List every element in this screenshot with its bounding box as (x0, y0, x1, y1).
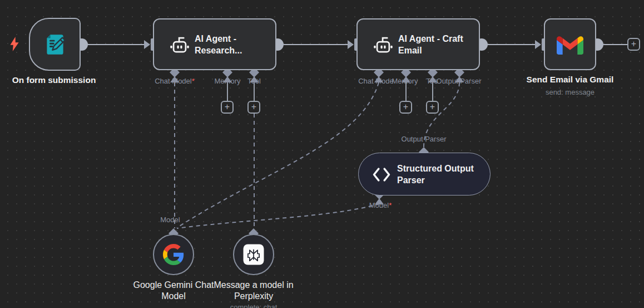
input-arrow-gmail[interactable] (535, 40, 541, 49)
connector-label-research-chatmodel: Chat Model* (155, 77, 195, 85)
add-memory-button-craft[interactable]: + (399, 101, 412, 114)
add-tool-button-research[interactable]: + (247, 101, 260, 114)
agent-research-title: AI Agent -Research... (195, 33, 242, 56)
perplexity-icon (244, 245, 264, 265)
connector-label-parser-output: Output Parser (402, 135, 447, 143)
form-icon (42, 32, 68, 57)
connector-label-craft-chatmodel: Chat Mode (358, 77, 394, 85)
gmail-node-subtitle: send: message (546, 88, 595, 96)
workflow-canvas[interactable]: On form submission AI Agent -Research...… (0, 0, 644, 308)
code-brackets-icon (371, 167, 392, 182)
parser-title: Structured OutputParser (397, 163, 474, 186)
perplexity-node-label: Message a model inPerplexity (214, 280, 293, 302)
connection-gemini-to-parser-model[interactable] (177, 204, 379, 228)
node-agent-research[interactable]: AI Agent -Research... (153, 18, 276, 70)
required-marker: * (192, 77, 195, 85)
required-marker: * (389, 201, 392, 209)
node-message-model-perplexity[interactable] (233, 234, 274, 275)
gmail-icon (557, 35, 583, 55)
connector-label-gemini-model: Model (160, 216, 180, 224)
perplexity-node-subtitle: complete: chat (230, 303, 278, 308)
add-next-node-button[interactable]: + (627, 38, 640, 51)
robot-icon (372, 36, 394, 54)
connector-label-craft-outputparser: Output Parser (437, 77, 482, 85)
gemini-node-label: Google Gemini ChatModel (133, 280, 214, 302)
node-form-trigger[interactable] (29, 18, 81, 71)
add-memory-button-research[interactable]: + (221, 101, 234, 114)
node-send-email-gmail[interactable] (544, 18, 596, 70)
gmail-node-label: Send Email via Gmail (527, 75, 614, 85)
form-node-label: On form submission (12, 75, 96, 85)
google-g-icon (163, 244, 184, 265)
robot-icon (169, 36, 191, 54)
connection-gemini-to-craft-chatmodel[interactable] (177, 82, 379, 228)
input-arrow-research[interactable] (144, 40, 150, 49)
agent-craft-title: AI Agent - CraftEmail (398, 33, 463, 56)
connector-label-research-memory: Memory (215, 77, 241, 85)
trigger-bolt-icon (10, 37, 19, 51)
node-agent-craft-email[interactable]: AI Agent - CraftEmail (356, 18, 480, 70)
connector-label-parser-model: Model* (369, 201, 392, 209)
node-structured-output-parser[interactable]: Structured OutputParser (358, 153, 491, 195)
input-arrow-craft[interactable] (348, 40, 354, 49)
add-tool-button-craft[interactable]: + (426, 101, 439, 114)
node-google-gemini-chat-model[interactable] (153, 234, 194, 275)
connector-label-craft-memory: Memory (392, 77, 418, 85)
connector-label-research-tool: Tool (247, 77, 261, 85)
